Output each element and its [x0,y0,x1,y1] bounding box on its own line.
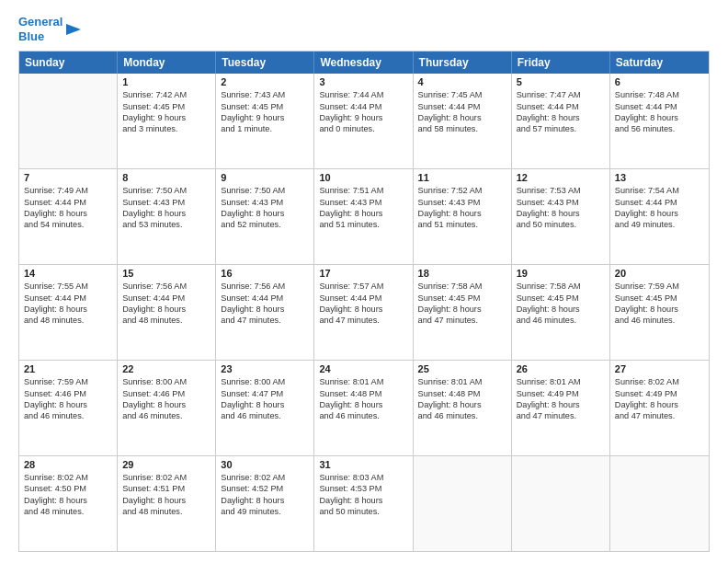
logo-text: GeneralBlue [18,15,63,43]
header-day-tuesday: Tuesday [216,52,314,74]
day-number: 9 [221,172,309,183]
header-day-monday: Monday [118,52,216,74]
day-number: 19 [517,268,605,279]
sunrise-text: Sunrise: 7:52 AM [418,185,506,196]
calendar-header: SundayMondayTuesdayWednesdayThursdayFrid… [19,52,709,74]
daylight-text-1: Daylight: 8 hours [319,304,407,315]
header-day-thursday: Thursday [414,52,512,74]
sunset-text: Sunset: 4:44 PM [319,101,407,112]
sunset-text: Sunset: 4:44 PM [24,293,112,304]
sunset-text: Sunset: 4:50 PM [24,483,112,494]
sunset-text: Sunset: 4:52 PM [221,483,309,494]
sunrise-text: Sunrise: 7:58 AM [517,281,605,292]
day-number: 26 [517,363,605,374]
sunrise-text: Sunrise: 7:57 AM [319,281,407,292]
sunrise-text: Sunrise: 7:44 AM [319,89,407,100]
sunrise-text: Sunrise: 8:02 AM [24,472,112,483]
sunset-text: Sunset: 4:47 PM [221,388,309,399]
day-number: 29 [122,459,210,470]
daylight-text-1: Daylight: 8 hours [418,112,506,123]
daylight-text-1: Daylight: 8 hours [418,304,506,315]
daylight-text-2: and 48 minutes. [122,506,210,517]
day-number: 30 [221,459,309,470]
sunset-text: Sunset: 4:44 PM [24,197,112,208]
daylight-text-1: Daylight: 8 hours [418,399,506,410]
sunset-text: Sunset: 4:48 PM [319,388,407,399]
daylight-text-1: Daylight: 8 hours [122,399,210,410]
day-number: 5 [517,76,605,87]
daylight-text-1: Daylight: 8 hours [24,208,112,219]
daylight-text-2: and 47 minutes. [418,315,506,326]
daylight-text-2: and 48 minutes. [122,315,210,326]
daylight-text-2: and 47 minutes. [319,315,407,326]
daylight-text-2: and 46 minutes. [615,315,704,326]
cal-cell: 27Sunrise: 8:02 AMSunset: 4:49 PMDayligh… [610,361,709,455]
daylight-text-2: and 47 minutes. [221,315,309,326]
calendar-body: 1Sunrise: 7:42 AMSunset: 4:45 PMDaylight… [19,74,709,551]
sunset-text: Sunset: 4:49 PM [517,388,605,399]
cal-cell: 11Sunrise: 7:52 AMSunset: 4:43 PMDayligh… [414,169,512,264]
daylight-text-2: and 52 minutes. [221,219,309,230]
sunrise-text: Sunrise: 7:43 AM [221,89,309,100]
daylight-text-1: Daylight: 8 hours [221,495,309,506]
day-number: 12 [517,172,605,183]
header-day-saturday: Saturday [610,52,709,74]
logo: GeneralBlue [18,15,81,43]
header-day-friday: Friday [512,52,610,74]
cal-cell: 22Sunrise: 8:00 AMSunset: 4:46 PMDayligh… [118,361,216,455]
sunrise-text: Sunrise: 7:56 AM [221,281,309,292]
cal-cell: 8Sunrise: 7:50 AMSunset: 4:43 PMDaylight… [118,169,216,264]
daylight-text-1: Daylight: 8 hours [517,208,605,219]
daylight-text-2: and 54 minutes. [24,219,112,230]
day-number: 14 [24,268,112,279]
day-number: 25 [418,363,506,374]
sunrise-text: Sunrise: 7:51 AM [319,185,407,196]
day-number: 10 [319,172,407,183]
day-number: 1 [122,76,210,87]
sunset-text: Sunset: 4:48 PM [418,388,506,399]
daylight-text-1: Daylight: 8 hours [319,399,407,410]
day-number: 21 [24,363,112,374]
cal-cell: 29Sunrise: 8:02 AMSunset: 4:51 PMDayligh… [118,456,216,551]
day-number: 6 [615,76,704,87]
daylight-text-1: Daylight: 9 hours [122,112,210,123]
sunset-text: Sunset: 4:45 PM [615,293,704,304]
day-number: 13 [615,172,704,183]
sunset-text: Sunset: 4:46 PM [122,388,210,399]
sunrise-text: Sunrise: 7:59 AM [24,376,112,387]
sunrise-text: Sunrise: 7:45 AM [418,89,506,100]
sunset-text: Sunset: 4:49 PM [615,388,704,399]
header-day-sunday: Sunday [19,52,118,74]
cal-cell: 12Sunrise: 7:53 AMSunset: 4:43 PMDayligh… [512,169,610,264]
cal-cell: 30Sunrise: 8:02 AMSunset: 4:52 PMDayligh… [216,456,314,551]
sunset-text: Sunset: 4:43 PM [122,197,210,208]
day-number: 24 [319,363,407,374]
daylight-text-1: Daylight: 8 hours [517,304,605,315]
daylight-text-1: Daylight: 8 hours [418,208,506,219]
sunrise-text: Sunrise: 8:01 AM [517,376,605,387]
cal-cell: 6Sunrise: 7:48 AMSunset: 4:44 PMDaylight… [610,74,709,168]
cal-cell: 21Sunrise: 7:59 AMSunset: 4:46 PMDayligh… [19,361,118,455]
daylight-text-1: Daylight: 8 hours [319,495,407,506]
sunset-text: Sunset: 4:44 PM [122,293,210,304]
day-number: 2 [221,76,309,87]
daylight-text-2: and 46 minutes. [319,410,407,421]
cal-cell: 28Sunrise: 8:02 AMSunset: 4:50 PMDayligh… [19,456,118,551]
sunrise-text: Sunrise: 8:03 AM [319,472,407,483]
daylight-text-2: and 57 minutes. [517,123,605,134]
sunrise-text: Sunrise: 7:50 AM [122,185,210,196]
cal-cell: 3Sunrise: 7:44 AMSunset: 4:44 PMDaylight… [314,74,413,168]
daylight-text-2: and 48 minutes. [24,315,112,326]
daylight-text-1: Daylight: 8 hours [24,399,112,410]
cal-row-2: 7Sunrise: 7:49 AMSunset: 4:44 PMDaylight… [19,169,709,265]
daylight-text-1: Daylight: 8 hours [517,112,605,123]
daylight-text-2: and 53 minutes. [122,219,210,230]
sunset-text: Sunset: 4:51 PM [122,483,210,494]
sunrise-text: Sunrise: 7:49 AM [24,185,112,196]
sunrise-text: Sunrise: 7:55 AM [24,281,112,292]
sunrise-text: Sunrise: 7:50 AM [221,185,309,196]
sunset-text: Sunset: 4:45 PM [221,101,309,112]
cal-cell: 16Sunrise: 7:56 AMSunset: 4:44 PMDayligh… [216,265,314,360]
daylight-text-1: Daylight: 8 hours [221,304,309,315]
cal-cell: 26Sunrise: 8:01 AMSunset: 4:49 PMDayligh… [512,361,610,455]
